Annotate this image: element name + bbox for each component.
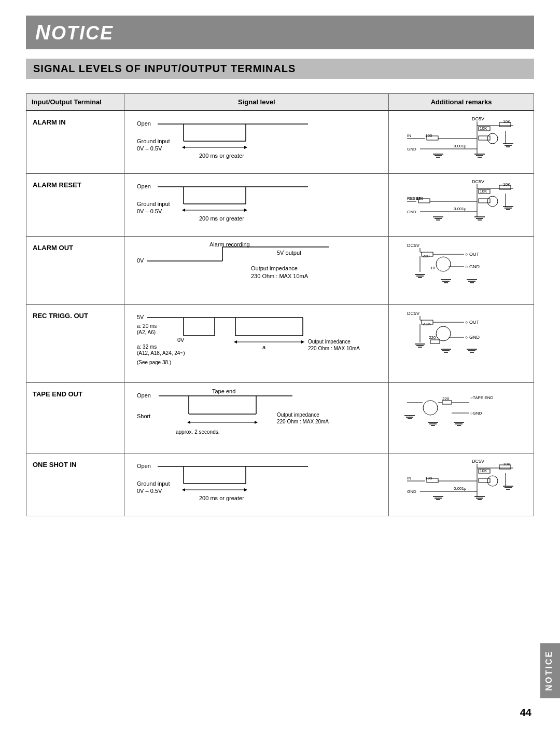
row-alarm-in: ALARM IN Open Ground input 0V – 0.5V [26, 111, 534, 174]
signal-table: Input/Output Terminal Signal level Addit… [26, 93, 534, 516]
row-alarm-out: ALARM OUT 0V Alarm recording 5V output O… [26, 237, 534, 305]
svg-text:DC5V: DC5V [407, 243, 419, 248]
svg-text:IN: IN [407, 476, 411, 480]
page-number: 44 [520, 707, 531, 719]
remarks-alarm-in: DC5V 10K 10K 100 [389, 111, 534, 174]
svg-point-38 [487, 133, 498, 144]
svg-text:a: 32 ms: a: 32 ms [137, 344, 157, 350]
svg-text:0.001μ: 0.001μ [454, 207, 467, 211]
svg-text:○GND: ○GND [470, 411, 482, 416]
svg-text:220 Ohm : MAX 10mA: 220 Ohm : MAX 10mA [308, 346, 360, 351]
svg-text:0.001μ: 0.001μ [454, 144, 467, 148]
notice-title: NOTICE [35, 21, 525, 44]
svg-text:10K: 10K [503, 119, 511, 124]
svg-text:Open: Open [137, 120, 151, 127]
terminal-alarm-out: ALARM OUT [26, 237, 124, 305]
svg-text:○ OUT: ○ OUT [465, 252, 479, 257]
remarks-alarm-out: DC5V 220 ○ OUT 10 [389, 237, 534, 305]
col-header-terminal: Input/Output Terminal [26, 94, 124, 111]
circuit-alarm-reset: DC5V 10K 10K 100 RESET [402, 178, 521, 227]
signal-alarm-in: Open Ground input 0V – 0.5V 200 ms or gr… [124, 111, 389, 174]
svg-text:GND: GND [407, 210, 416, 214]
svg-text:Open: Open [137, 392, 151, 398]
svg-text:0V – 0.5V: 0V – 0.5V [137, 208, 162, 214]
svg-text:Alarm recording: Alarm recording [209, 242, 250, 247]
svg-rect-200 [479, 478, 490, 483]
remarks-alarm-reset: DC5V 10K 10K 100 RESET [389, 174, 534, 237]
svg-text:GND: GND [407, 489, 416, 494]
svg-text:○TAPE END: ○TAPE END [470, 395, 493, 400]
terminal-tape-end-out: TAPE END OUT [26, 383, 124, 453]
signal-diagram-one-shot: Open Ground input 0V – 0.5V 200 ms or gr… [132, 459, 370, 511]
signal-diagram-alarm-in: Open Ground input 0V – 0.5V 200 ms or gr… [132, 116, 370, 168]
circuit-one-shot: DC5V 10K 10K 100 IN [402, 458, 521, 507]
svg-rect-137 [430, 340, 440, 343]
svg-text:Output impedance: Output impedance [251, 265, 298, 271]
svg-text:Tape end: Tape end [212, 388, 235, 394]
svg-text:DC5V: DC5V [472, 116, 484, 121]
signal-alarm-reset: Open Ground input 0V – 0.5V 200 ms or gr… [124, 174, 389, 237]
remarks-tape-end-out: 220 ○TAPE END ○GND [389, 383, 534, 453]
svg-text:200 ms or greater: 200 ms or greater [199, 153, 244, 159]
svg-rect-163 [442, 401, 452, 404]
terminal-one-shot-in: ONE SHOT IN [26, 453, 124, 516]
svg-text:Output impedance: Output impedance [277, 412, 319, 418]
col-header-remarks: Additional remarks [389, 94, 534, 111]
svg-rect-22 [479, 136, 490, 140]
signal-diagram-alarm-reset: Open Ground input 0V – 0.5V 200 ms or gr… [132, 179, 370, 231]
svg-text:5V: 5V [137, 314, 144, 320]
svg-text:Ground input: Ground input [137, 201, 170, 207]
svg-point-77 [487, 196, 498, 207]
svg-text:Short: Short [137, 413, 150, 419]
signal-diagram-alarm-out: 0V Alarm recording 5V output Output impe… [132, 242, 370, 299]
svg-text:DC5V: DC5V [407, 311, 419, 316]
svg-text:Output impedance: Output impedance [308, 339, 351, 345]
svg-point-161 [423, 401, 438, 415]
svg-text:IN: IN [407, 133, 411, 138]
signal-diagram-tape-end: Open Short Tape end Output impedance 220… [132, 388, 370, 448]
notice-sidebar: NOTICE [540, 643, 560, 698]
svg-text:Ground input: Ground input [137, 138, 170, 144]
svg-text:DC5V: DC5V [472, 179, 484, 184]
page: NOTICE Signal Levels of Input/Output Ter… [0, 0, 560, 547]
svg-text:Open: Open [137, 183, 151, 189]
svg-text:220: 220 [429, 335, 436, 340]
svg-text:200 ms or greater: 200 ms or greater [199, 495, 244, 501]
svg-text:○ GND: ○ GND [465, 335, 480, 340]
svg-text:DC5V: DC5V [472, 459, 484, 464]
svg-text:0.001μ: 0.001μ [454, 486, 467, 491]
svg-text:a: 20 ms: a: 20 ms [137, 323, 157, 329]
svg-text:○ OUT: ○ OUT [465, 320, 479, 325]
svg-text:0V: 0V [137, 257, 144, 264]
svg-text:200 ms or greater: 200 ms or greater [199, 215, 244, 222]
signal-tape-end-out: Open Short Tape end Output impedance 220… [124, 383, 389, 453]
remarks-one-shot-in: DC5V 10K 10K 100 IN [389, 453, 534, 516]
signal-alarm-out: 0V Alarm recording 5V output Output impe… [124, 237, 389, 305]
svg-text:a: a [262, 344, 266, 350]
svg-text:GND: GND [407, 147, 416, 152]
svg-text:○ GND: ○ GND [465, 264, 480, 269]
row-tape-end-out: TAPE END OUT Open Short Tape end [26, 383, 534, 453]
signal-levels-heading: Signal Levels of Input/Output Terminals [26, 59, 534, 79]
svg-text:230 Ohm : MAX 10mA: 230 Ohm : MAX 10mA [251, 273, 309, 279]
circuit-alarm-out: DC5V 220 ○ OUT 10 [402, 241, 521, 287]
svg-text:0V – 0.5V: 0V – 0.5V [137, 488, 162, 494]
terminal-alarm-in: ALARM IN [26, 111, 124, 174]
svg-text:10K: 10K [503, 182, 511, 187]
circuit-alarm-in: DC5V 10K 10K 100 [402, 115, 521, 164]
signal-one-shot-in: Open Ground input 0V – 0.5V 200 ms or gr… [124, 453, 389, 516]
svg-text:5V output: 5V output [277, 250, 301, 256]
svg-rect-61 [479, 199, 490, 203]
col-header-signal: Signal level [124, 94, 389, 111]
signal-diagram-rec-trigg: 5V a: 20 ms (A2, A6) 0V [132, 310, 370, 377]
svg-text:10: 10 [430, 266, 435, 270]
svg-point-216 [487, 476, 498, 486]
svg-text:10K: 10K [503, 462, 511, 466]
row-alarm-reset: ALARM RESET Open Ground input 0V – 0.5V … [26, 174, 534, 237]
svg-point-134 [436, 326, 451, 341]
row-rec-trigg-out: REC TRIGG. OUT 5V a: 20 ms (A2, A6) 0V [26, 305, 534, 383]
svg-text:Ground input: Ground input [137, 480, 170, 487]
remarks-rec-trigg-out: DC5V 2.2K ○ OUT 220 [389, 305, 534, 383]
signal-rec-trigg-out: 5V a: 20 ms (A2, A6) 0V [124, 305, 389, 383]
terminal-alarm-reset: ALARM RESET [26, 174, 124, 237]
